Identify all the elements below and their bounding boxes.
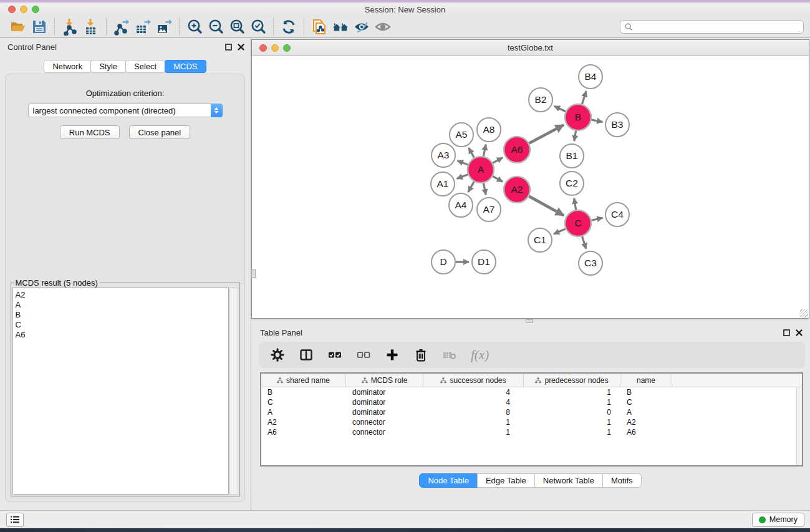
graph-edge-A-A5[interactable] xyxy=(469,148,475,158)
gear-icon xyxy=(270,347,285,362)
graph-edge-A2-C[interactable] xyxy=(529,196,564,216)
control-panel-tabs: Network Style Select MCDS xyxy=(0,60,251,73)
search-input[interactable] xyxy=(633,21,803,32)
tab-edge-table[interactable]: Edge Table xyxy=(477,473,535,488)
result-list-item[interactable]: C xyxy=(16,320,228,330)
graph-edge-B-B4[interactable] xyxy=(582,91,586,104)
network-canvas[interactable]: B4B2BB3A8A5A6A3B1AA1C2A2A4A7C4CC1C3DD1 xyxy=(253,57,808,317)
graph-edge-C-C4[interactable] xyxy=(591,218,602,220)
graph-edge-C-C3[interactable] xyxy=(582,236,586,249)
memory-button[interactable]: Memory xyxy=(752,513,804,527)
result-list-item[interactable]: A xyxy=(16,300,228,310)
column-header-successor-nodes[interactable]: successor nodes xyxy=(423,374,524,387)
export-table-button[interactable] xyxy=(132,17,153,36)
trash-icon xyxy=(413,347,428,362)
tab-style[interactable]: Style xyxy=(90,60,126,73)
float-table-panel-button[interactable] xyxy=(783,329,790,336)
graph-edge-B-B1[interactable] xyxy=(574,131,576,142)
table-cell: B xyxy=(261,388,346,397)
network-overview-button[interactable] xyxy=(330,17,351,36)
task-history-button[interactable] xyxy=(6,513,24,527)
table-row[interactable]: Cdominator41C xyxy=(261,397,802,407)
table-settings-button[interactable] xyxy=(270,347,285,362)
clone-network-button[interactable] xyxy=(309,17,330,36)
graph-edge-A-A3[interactable] xyxy=(457,161,468,165)
open-session-button[interactable] xyxy=(7,17,29,36)
graph-edge-A-A1[interactable] xyxy=(456,175,468,179)
deselect-all-columns-button[interactable] xyxy=(356,347,371,362)
graph-edge-B-B2[interactable] xyxy=(554,106,566,112)
refresh-layout-button[interactable] xyxy=(278,17,299,36)
tab-network-table[interactable]: Network Table xyxy=(534,473,603,488)
result-list-item[interactable]: B xyxy=(16,310,228,320)
tab-select[interactable]: Select xyxy=(125,60,165,73)
zoom-selected-button[interactable] xyxy=(248,17,269,36)
import-table-button[interactable] xyxy=(80,17,102,36)
run-mcds-button[interactable]: Run MCDS xyxy=(60,125,120,139)
graph-edge-A6-B[interactable] xyxy=(529,125,564,143)
table-row[interactable]: Adominator80A xyxy=(261,407,802,417)
tab-mcds[interactable]: MCDS xyxy=(165,60,206,73)
column-header-predecessor-nodes[interactable]: predecessor nodes xyxy=(524,374,620,387)
graph-node-label: A3 xyxy=(438,150,450,160)
graph-edge-C-C1[interactable] xyxy=(554,229,566,234)
column-header-name[interactable]: name xyxy=(620,374,672,387)
search-field[interactable] xyxy=(620,20,804,34)
table-row[interactable]: Bdominator41B xyxy=(261,387,802,397)
import-network-button[interactable] xyxy=(59,17,80,36)
zoom-in-button[interactable] xyxy=(184,17,205,36)
graph-node-label: C3 xyxy=(584,258,597,268)
mcds-result-list: A2ABCA6 xyxy=(12,288,229,495)
float-panel-button[interactable] xyxy=(225,44,232,51)
export-image-button[interactable] xyxy=(153,17,175,36)
show-panels-button[interactable] xyxy=(372,17,393,36)
toolbar-separator xyxy=(273,18,274,36)
result-scrollbar[interactable] xyxy=(229,288,238,495)
graph-node-label: A xyxy=(478,164,485,175)
zoom-fit-button[interactable] xyxy=(226,17,248,36)
close-panel-button[interactable] xyxy=(238,44,244,51)
tab-motifs[interactable]: Motifs xyxy=(602,473,642,488)
table-row[interactable]: A6connector11A6 xyxy=(261,427,802,437)
table-scrollbar[interactable] xyxy=(796,387,802,465)
table-row[interactable]: A2connector11A2 xyxy=(261,417,802,427)
close-table-panel-button[interactable] xyxy=(796,329,803,336)
table-header-row: shared nameMCDS rolesuccessor nodesprede… xyxy=(261,374,802,387)
network-window-titlebar[interactable]: testGlobe.txt xyxy=(252,40,809,56)
create-column-button[interactable] xyxy=(385,347,400,362)
close-panel-button-mcds[interactable]: Close panel xyxy=(129,125,191,139)
tab-network[interactable]: Network xyxy=(44,60,91,73)
save-session-button[interactable] xyxy=(29,17,50,36)
table-tabs: Node Table Edge Table Network Table Moti… xyxy=(251,473,810,488)
zoom-out-button[interactable] xyxy=(205,17,226,36)
column-header-shared-name[interactable]: shared name xyxy=(261,374,346,387)
graph-node-label: B3 xyxy=(612,119,624,130)
toggle-column-view-button[interactable] xyxy=(299,347,314,362)
select-all-columns-button[interactable] xyxy=(327,347,342,362)
delete-column-button[interactable] xyxy=(413,347,428,362)
export-network-icon xyxy=(113,18,130,36)
window-resize-grip[interactable] xyxy=(800,309,808,317)
graph-edge-A-A2[interactable] xyxy=(493,177,503,182)
result-list-item[interactable]: A2 xyxy=(16,290,228,300)
export-network-button[interactable] xyxy=(111,17,132,36)
hide-panels-button[interactable] xyxy=(351,17,372,36)
graph-edge-A-A6[interactable] xyxy=(493,158,503,163)
tab-node-table[interactable]: Node Table xyxy=(419,473,478,488)
control-panel-title: Control Panel xyxy=(7,42,57,52)
graph-edge-A-A7[interactable] xyxy=(483,183,486,195)
left-edge-handle[interactable] xyxy=(251,269,256,278)
graph-node-label: D1 xyxy=(478,256,490,267)
graph-edge-A-A8[interactable] xyxy=(483,145,486,157)
status-bar: Memory xyxy=(0,510,810,528)
column-header-MCDS-role[interactable]: MCDS role xyxy=(346,374,423,387)
graph-edge-B-B3[interactable] xyxy=(592,120,603,122)
eye-slash-icon xyxy=(353,18,370,36)
table-toolbar: f(x) xyxy=(259,342,805,368)
splitter-handle[interactable] xyxy=(526,319,533,323)
result-list-item[interactable]: A6 xyxy=(16,330,228,340)
criterion-dropdown[interactable]: largest connected component (directed) xyxy=(28,104,223,117)
graph-node-label: A7 xyxy=(483,204,495,215)
graph-edge-A-A4[interactable] xyxy=(468,181,474,192)
graph-edge-C-C2[interactable] xyxy=(574,198,576,210)
